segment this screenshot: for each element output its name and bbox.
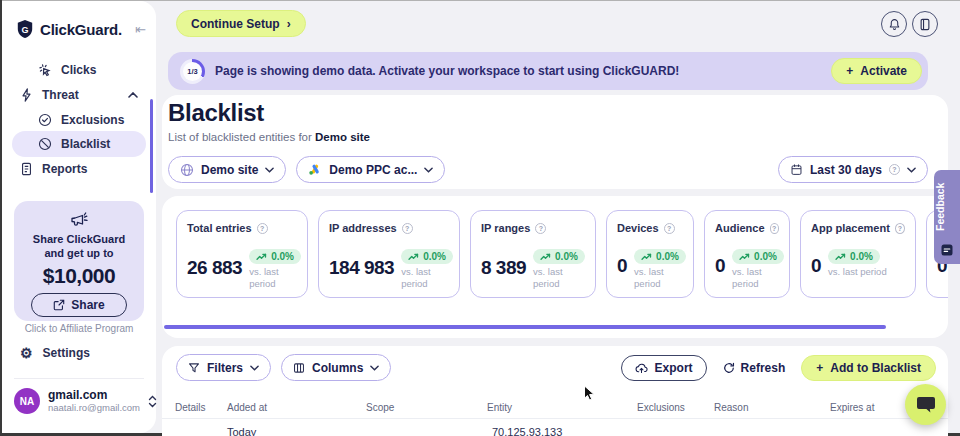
info-icon[interactable]: ? [664,223,675,234]
sidebar-item-exclusions[interactable]: Exclusions [12,108,146,132]
date-range-selector[interactable]: Last 30 days ? [778,156,928,183]
continue-setup-button[interactable]: Continue Setup › [176,10,306,37]
change-badge: 0.0% [249,249,301,264]
sidebar-item-threat[interactable]: Threat [12,83,146,107]
question-icon: ? [889,164,900,175]
trend-up-icon [256,253,267,261]
horizontal-scrollbar[interactable] [164,325,886,329]
avatar: NA [14,388,40,414]
megaphone-icon [22,211,136,229]
setup-progress-value: 1/3 [183,62,202,81]
sidebar-scrollbar[interactable] [150,99,153,193]
sidebar-item-label: Reports [42,162,87,176]
table-header-row: Details Added at Scope Entity Exclusions… [162,400,948,418]
stat-label: App placement [811,222,890,234]
sidebar-item-label: Threat [42,88,79,102]
logo-text: ClickGuard. [40,21,122,38]
sidebar-item-clicks[interactable]: Clicks [12,58,146,82]
affiliate-card[interactable]: Share ClickGuard and get up to $10,000 S… [14,201,144,321]
activate-button[interactable]: + Activate [831,58,922,84]
sidebar-item-reports[interactable]: Reports [12,157,146,181]
page-header-panel: Blacklist List of blacklisted entities f… [162,95,948,189]
ppc-account-selector[interactable]: Demo PPC ac... [296,156,445,183]
column-header-scope[interactable]: Scope [366,402,394,413]
stat-card-audience: Audience? 0 0.0% vs. last period [704,210,790,298]
page-subtitle-site: Demo site [315,131,370,143]
notifications-button[interactable] [881,11,907,37]
user-email: naatali.ro@gmail.com [48,402,140,413]
stat-value: 0 [617,255,627,277]
stat-card-devices: Devices? 0 0.0% vs. last period [606,210,694,298]
banner-message: Page is showing demo data. Activate your… [215,64,679,78]
chat-widget-button[interactable] [905,384,946,425]
stat-card-ip-ranges: IP ranges? 8 389 0.0% vs. last period [470,210,596,298]
book-icon [919,18,931,31]
bolt-icon [20,88,33,102]
info-icon[interactable]: ? [535,223,546,234]
columns-button-label: Columns [312,361,363,375]
docs-button[interactable] [912,11,938,37]
sidebar-divider [14,378,144,379]
scope-selectors: Demo site Demo PPC ac... [168,156,445,183]
change-value: 0.0% [555,251,578,262]
column-header-added-at[interactable]: Added at [227,402,267,413]
change-badge: 0.0% [533,249,585,264]
add-to-blacklist-button[interactable]: + Add to Blacklist [801,355,936,381]
columns-icon [293,362,305,374]
sidebar-item-settings[interactable]: ⚙ Settings [20,345,90,361]
page-subtitle: List of blacklisted entities for Demo si… [168,131,370,143]
continue-setup-label: Continue Setup [191,17,280,31]
share-button[interactable]: Share [31,293,127,317]
plus-icon: + [846,64,853,78]
topbar-icons [881,11,938,37]
vs-period-label: vs. last period [249,266,301,290]
chevron-down-icon [907,167,916,173]
columns-button[interactable]: Columns [281,354,391,381]
change-badge: 0.0% [732,249,784,264]
vs-period-label: vs. last period [732,266,784,290]
sidebar-item-blacklist[interactable]: Blacklist [12,131,146,157]
site-selector[interactable]: Demo site [168,156,286,183]
globe-icon [180,163,194,177]
info-icon[interactable]: ? [770,223,779,234]
refresh-button[interactable]: Refresh [717,360,792,376]
info-icon[interactable]: ? [402,223,413,234]
column-header-details[interactable]: Details [175,402,206,413]
feedback-tab[interactable]: Feedback [934,170,960,264]
sidebar-item-label: Exclusions [61,113,124,127]
stat-label: IP addresses [329,222,397,234]
user-menu[interactable]: NA gmail.com naatali.ro@gmail.com [14,388,148,414]
trend-up-icon [408,253,419,261]
info-icon[interactable]: ? [257,223,268,234]
change-badge: 0.0% [401,249,453,264]
column-header-expires-at[interactable]: Expires at [830,402,874,413]
info-icon[interactable]: ? [895,223,905,234]
table-header-divider [162,418,948,419]
sidebar-item-label: Blacklist [61,137,110,151]
column-header-exclusions[interactable]: Exclusions [637,402,685,413]
change-value: 0.0% [656,251,679,262]
report-file-icon [20,162,33,176]
collapse-sidebar-icon[interactable]: ⇤ [135,22,146,37]
change-badge: 0.0% [634,249,686,264]
cursor-click-icon [38,63,52,77]
stat-value: 0 [811,255,821,277]
share-button-label: Share [71,298,104,312]
bell-icon [888,18,901,31]
sidebar-item-label: Clicks [61,63,96,77]
trend-up-icon [835,253,846,261]
chevron-up-icon[interactable] [128,92,138,98]
check-circle-icon [38,113,52,127]
row-added-at: Today [227,426,256,436]
chevron-down-icon [250,365,259,371]
logo-row: G ClickGuard. ⇤ [16,19,146,39]
column-header-reason[interactable]: Reason [714,402,748,413]
cloud-export-icon [635,362,648,374]
export-button[interactable]: Export [621,355,707,381]
table-toolbar: Filters Columns Export [176,354,936,381]
affiliate-amount: $10,000 [22,264,136,288]
filters-button[interactable]: Filters [176,354,271,381]
change-badge: 0.0% [828,249,880,264]
ban-icon [38,137,52,151]
column-header-entity[interactable]: Entity [487,402,512,413]
